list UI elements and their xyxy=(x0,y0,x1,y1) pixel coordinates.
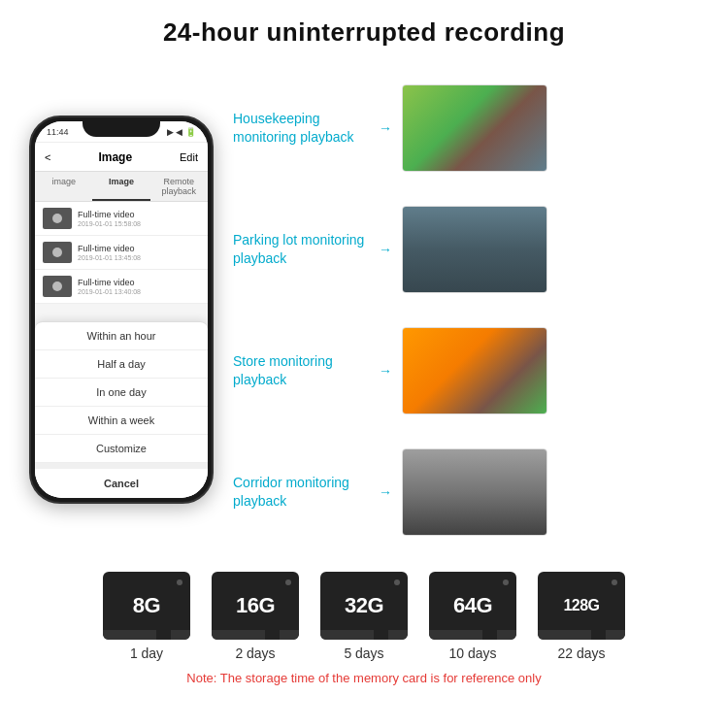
monitor-image-0 xyxy=(402,84,547,172)
dropdown-cancel-button[interactable]: Cancel xyxy=(35,463,208,498)
sd-days-0: 1 day xyxy=(130,645,163,661)
phone-screen: 11:44 ▶ ◀ 🔋 < Image Edit image Image Rem… xyxy=(35,121,208,498)
sd-card-notch xyxy=(320,630,408,640)
phone-thumb-2 xyxy=(43,242,72,263)
sd-card-size-4: 128G xyxy=(563,597,599,614)
monitor-arrow-icon-1: → xyxy=(379,242,392,257)
sd-days-1: 2 days xyxy=(235,645,275,661)
list-item[interactable]: Full-time video 2019-01-01 13:40:08 xyxy=(35,270,208,304)
phone-tab-image[interactable]: image xyxy=(35,172,92,201)
phone-tab-image2[interactable]: Image xyxy=(92,172,149,201)
phone-tab-remote[interactable]: Remote playback xyxy=(150,172,208,201)
play-icon xyxy=(52,248,62,257)
monitor-row-1: Parking lot monitoring playback → xyxy=(233,206,709,293)
sd-card-3: 64G xyxy=(429,572,516,640)
item-date-1: 2019-01-01 15:58:08 xyxy=(78,220,200,227)
sd-card-notch xyxy=(538,630,625,640)
store-image xyxy=(403,328,546,414)
monitor-arrow-icon-3: → xyxy=(379,484,392,500)
phone-nav-title: Image xyxy=(98,150,132,164)
phone-list: Full-time video 2019-01-01 15:58:08 Full… xyxy=(35,202,208,304)
phone-thumb-3 xyxy=(43,276,72,297)
sd-card-notch xyxy=(103,630,190,640)
sd-card-item-0: 8G 1 day xyxy=(103,572,190,661)
sd-section: 8G 1 day 16G 2 days 32G xyxy=(0,562,728,685)
item-date-2: 2019-01-01 13:45:08 xyxy=(78,254,200,261)
sd-card-4: 128G xyxy=(538,572,625,640)
sd-card-notch-cut xyxy=(591,630,606,640)
item-date-3: 2019-01-01 13:40:08 xyxy=(78,288,200,295)
list-item[interactable]: Full-time video 2019-01-01 15:58:08 xyxy=(35,202,208,236)
sd-card-notch xyxy=(212,630,299,640)
sd-card-item-3: 64G 10 days xyxy=(429,572,516,661)
monitor-label-3: Corridor monitoring playback xyxy=(233,474,369,509)
phone-dropdown: Within an hour Half a day In one day Wit… xyxy=(35,321,208,498)
dropdown-item-3[interactable]: Within a week xyxy=(35,407,208,435)
sd-card-notch xyxy=(429,630,516,640)
sd-cards-row: 8G 1 day 16G 2 days 32G xyxy=(10,572,718,661)
monitor-arrow-icon-0: → xyxy=(379,120,392,136)
monitoring-panels: Housekeeping monitoring playback → Parki… xyxy=(233,57,709,562)
sd-days-4: 22 days xyxy=(557,645,605,661)
sd-card-notch-cut xyxy=(374,630,388,640)
corridor-image xyxy=(403,449,546,535)
sd-card-item-1: 16G 2 days xyxy=(212,572,299,661)
housekeeping-image xyxy=(403,85,546,171)
monitor-image-3 xyxy=(402,448,547,536)
parking-image xyxy=(403,207,546,292)
phone-item-text-2: Full-time video 2019-01-01 13:45:08 xyxy=(78,244,200,261)
phone-nav-bar: < Image Edit xyxy=(35,143,208,172)
monitor-row-3: Corridor monitoring playback → xyxy=(233,448,709,536)
sd-card-1: 16G xyxy=(212,572,299,640)
phone-edit-button[interactable]: Edit xyxy=(180,151,198,163)
sd-card-item-2: 32G 5 days xyxy=(320,572,408,661)
monitor-image-1 xyxy=(402,206,547,293)
main-content: 11:44 ▶ ◀ 🔋 < Image Edit image Image Rem… xyxy=(0,57,728,562)
sd-card-size-2: 32G xyxy=(345,593,383,618)
dropdown-item-4[interactable]: Customize xyxy=(35,435,208,463)
dropdown-item-1[interactable]: Half a day xyxy=(35,350,208,379)
monitor-row-0: Housekeeping monitoring playback → xyxy=(233,84,709,172)
storage-note: Note: The storage time of the memory car… xyxy=(10,671,718,685)
sd-card-size-3: 64G xyxy=(453,593,492,618)
phone-thumb-1 xyxy=(43,208,72,229)
item-title-1: Full-time video xyxy=(78,210,200,219)
play-icon xyxy=(52,281,62,291)
phone-device: 11:44 ▶ ◀ 🔋 < Image Edit image Image Rem… xyxy=(29,116,214,504)
dropdown-item-0[interactable]: Within an hour xyxy=(35,322,208,350)
phone-notch xyxy=(83,117,160,137)
phone-back-button[interactable]: < xyxy=(45,151,50,163)
monitor-label-0: Housekeeping monitoring playback xyxy=(233,110,369,145)
item-title-2: Full-time video xyxy=(78,244,200,253)
sd-card-size-0: 8G xyxy=(133,593,160,618)
sd-card-0: 8G xyxy=(103,572,190,640)
phone-tabs: image Image Remote playback xyxy=(35,172,208,202)
item-title-3: Full-time video xyxy=(78,278,200,287)
list-item[interactable]: Full-time video 2019-01-01 13:45:08 xyxy=(35,236,208,270)
play-icon xyxy=(52,214,62,223)
monitor-arrow-icon-2: → xyxy=(379,363,392,379)
page-title: 24-hour uninterrupted recording xyxy=(0,0,728,57)
monitor-image-2 xyxy=(402,327,547,414)
phone-mockup: 11:44 ▶ ◀ 🔋 < Image Edit image Image Rem… xyxy=(19,57,223,562)
sd-days-3: 10 days xyxy=(448,645,496,661)
sd-card-size-1: 16G xyxy=(236,593,275,618)
sd-card-notch-cut xyxy=(265,630,280,640)
phone-item-text-1: Full-time video 2019-01-01 15:58:08 xyxy=(78,210,200,227)
phone-icons: ▶ ◀ 🔋 xyxy=(167,127,196,137)
dropdown-item-2[interactable]: In one day xyxy=(35,379,208,407)
sd-card-notch-cut xyxy=(482,630,497,640)
phone-time: 11:44 xyxy=(47,127,69,137)
monitor-row-2: Store monitoring playback → xyxy=(233,327,709,414)
phone-item-text-3: Full-time video 2019-01-01 13:40:08 xyxy=(78,278,200,295)
sd-days-2: 5 days xyxy=(344,645,383,661)
sd-card-item-4: 128G 22 days xyxy=(538,572,625,661)
monitor-label-1: Parking lot monitoring playback xyxy=(233,231,369,266)
sd-card-2: 32G xyxy=(320,572,408,640)
monitor-label-2: Store monitoring playback xyxy=(233,352,369,387)
sd-card-notch-cut xyxy=(156,630,171,640)
